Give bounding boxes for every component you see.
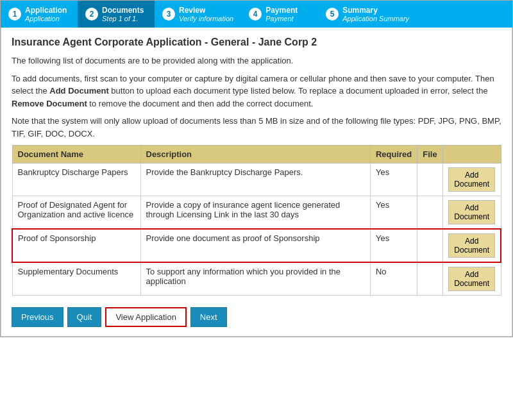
table-row-bankruptcy: Bankruptcy Discharge PapersProvide the B… xyxy=(12,164,501,196)
col-header-required: Required xyxy=(370,146,417,164)
intro2e-text: to remove the document and then add the … xyxy=(87,99,314,108)
intro-text-2: To add documents, first scan to your com… xyxy=(12,72,501,110)
doc-desc-bankruptcy: Provide the Bankruptcy Discharge Papers. xyxy=(140,164,370,196)
doc-name-designated-agent: Proof of Designated Agent for Organizati… xyxy=(12,196,140,230)
doc-required-designated-agent: Yes xyxy=(370,196,417,230)
add-document-bold: Add Document xyxy=(49,86,108,96)
step-num-application: 1 xyxy=(8,8,21,21)
step-payment[interactable]: 4 Payment Payment xyxy=(241,1,318,28)
doc-file-sponsorship xyxy=(417,229,443,262)
add-document-button-supplementary[interactable]: Add Document xyxy=(448,267,495,291)
doc-file-bankruptcy xyxy=(417,164,443,196)
main-content: Insurance Agent Corporate Application - … xyxy=(1,28,512,337)
doc-required-bankruptcy: Yes xyxy=(370,164,417,196)
doc-action-designated-agent: Add Document xyxy=(443,196,501,230)
footer-buttons: Previous Quit View Application Next xyxy=(12,303,501,327)
doc-name-sponsorship: Proof of Sponsorship xyxy=(12,229,140,262)
doc-desc-designated-agent: Provide a copy of insurance agent licenc… xyxy=(140,196,370,230)
add-document-button-designated-agent[interactable]: Add Document xyxy=(448,200,495,224)
col-header-action xyxy=(443,146,501,164)
progress-bar: 1 Application Application 2 Documents St… xyxy=(1,1,512,28)
step-summary[interactable]: 5 Summary Application Summary xyxy=(318,1,417,28)
col-header-description: Description xyxy=(140,146,370,164)
doc-required-supplementary: No xyxy=(370,262,417,296)
doc-file-designated-agent xyxy=(417,196,443,230)
doc-file-supplementary xyxy=(417,262,443,296)
quit-button[interactable]: Quit xyxy=(67,307,102,327)
doc-name-supplementary: Supplementary Documents xyxy=(12,262,140,296)
remove-document-bold: Remove Document xyxy=(12,99,87,108)
page-title: Insurance Agent Corporate Application - … xyxy=(12,37,501,48)
step-num-documents: 2 xyxy=(85,8,98,21)
doc-action-sponsorship: Add Document xyxy=(443,229,501,262)
intro-text-3: Note that the system will only allow upl… xyxy=(12,115,501,140)
step-review[interactable]: 3 Review Verify information xyxy=(155,1,241,28)
step-label-payment: Payment Payment xyxy=(265,6,298,22)
add-document-button-sponsorship[interactable]: Add Document xyxy=(448,233,495,258)
step-label-summary: Summary Application Summary xyxy=(342,6,409,22)
intro2c-text: button to upload each document type list… xyxy=(109,86,488,96)
step-label-documents: Documents Step 1 of 1. xyxy=(102,6,144,22)
step-num-payment: 4 xyxy=(249,8,262,21)
step-label-review: Review Verify information xyxy=(179,6,233,22)
next-button[interactable]: Next xyxy=(190,307,227,327)
add-document-button-bankruptcy[interactable]: Add Document xyxy=(448,167,495,192)
previous-button[interactable]: Previous xyxy=(12,307,63,327)
view-application-button[interactable]: View Application xyxy=(105,307,186,327)
step-num-review: 3 xyxy=(162,8,175,21)
doc-action-supplementary: Add Document xyxy=(443,262,501,296)
col-header-docname: Document Name xyxy=(12,146,140,164)
step-application[interactable]: 1 Application Application xyxy=(1,1,78,28)
step-documents[interactable]: 2 Documents Step 1 of 1. xyxy=(78,1,155,28)
col-header-file: File xyxy=(417,146,443,164)
doc-action-bankruptcy: Add Document xyxy=(443,164,501,196)
doc-required-sponsorship: Yes xyxy=(370,229,417,262)
documents-table: Document Name Description Required File … xyxy=(12,145,501,296)
step-label-application: Application Application xyxy=(25,6,67,22)
table-row-supplementary: Supplementary DocumentsTo support any in… xyxy=(12,262,501,296)
step-num-summary: 5 xyxy=(326,8,339,21)
table-row-sponsorship: Proof of SponsorshipProvide one document… xyxy=(12,229,501,262)
table-row-designated-agent: Proof of Designated Agent for Organizati… xyxy=(12,196,501,230)
doc-name-bankruptcy: Bankruptcy Discharge Papers xyxy=(12,164,140,196)
intro-text-1: The following list of documents are to b… xyxy=(12,55,501,67)
doc-desc-supplementary: To support any information which you pro… xyxy=(140,262,370,296)
doc-desc-sponsorship: Provide one document as proof of Sponsor… xyxy=(140,229,370,262)
